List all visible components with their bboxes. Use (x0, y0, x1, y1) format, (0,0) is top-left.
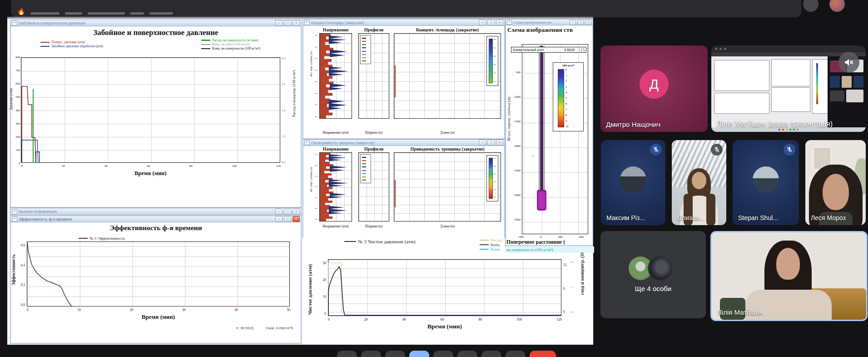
minimize-button[interactable]: – (479, 20, 486, 25)
tick-label: 6 (565, 102, 569, 105)
tick-label: 10 (565, 125, 569, 128)
tick-label: 40 (234, 308, 238, 312)
participant-tile-stepan[interactable]: Stepan Shul... (733, 140, 799, 225)
pressure-window-titlebar[interactable]: ↩ Забойное и поверхностное давление – □ … (10, 20, 301, 26)
pressure-y-ticks: 8007006005004003002001000 (12, 55, 20, 165)
minimize-button[interactable]: – (275, 20, 283, 26)
profiles-legend (360, 154, 371, 183)
profile-avatar[interactable] (829, 0, 845, 12)
control-button-3[interactable] (385, 351, 405, 357)
close-button[interactable]: × (293, 216, 300, 222)
close-button[interactable]: × (293, 20, 300, 26)
legend-label: Забойное давление обработки (атм) (51, 44, 103, 48)
tick-label: 120 (276, 164, 281, 168)
volume-off-icon (843, 56, 855, 68)
width-x-label: Ширина (м) (358, 131, 389, 135)
minimize-button[interactable]: – (275, 209, 283, 215)
restore-button[interactable]: □ (487, 140, 495, 146)
control-button-4[interactable] (409, 351, 429, 357)
restore-button[interactable]: □ (284, 209, 291, 215)
tab-title-placeholder (65, 12, 82, 15)
tick-label: 9 (565, 119, 569, 122)
tick-label: 40 (104, 164, 108, 168)
tab-title-placeholder (30, 12, 60, 15)
presentation-label: Лілія Матіїшин (ваша презентація) (717, 120, 833, 128)
tick-label: 700 (15, 69, 20, 72)
person-hair (706, 194, 715, 225)
close-button[interactable]: × (293, 209, 300, 215)
tick-label: 0 (563, 310, 565, 314)
tick-label: 3.0 (282, 109, 285, 112)
brief-info-titlebar[interactable]: ↩ Краткая информация – □ × (10, 208, 301, 215)
meeting-controls (337, 351, 556, 357)
restore-button[interactable]: □ (284, 20, 291, 26)
restore-button[interactable]: □ (487, 20, 495, 25)
legend-label: Расход (491, 238, 502, 242)
participant-tile-dmytro[interactable]: Д Дмитро Нащочич (600, 45, 708, 132)
browser-extension-icon[interactable] (803, 0, 818, 12)
tick-label: 6.0 (282, 56, 285, 60)
wellbore-x-label: Поперечное расстояние ( (506, 239, 592, 245)
tick-label: 300 (15, 122, 20, 125)
tick-label: 60 (147, 164, 150, 168)
colorbar-ticks: 012345678910 (565, 68, 569, 128)
legend-right: Расход на поверхности (м³/мин) Конц. на … (201, 38, 260, 50)
wellbore-y-ticks: 500100015002000250030003500 (512, 70, 521, 221)
participant-tile-lesia[interactable]: Леся Мороз (805, 140, 866, 225)
browser-tab-bar[interactable]: 🔥 (11, 0, 801, 17)
control-button-7[interactable] (481, 351, 501, 357)
conductivity-panel (394, 152, 501, 221)
window-icon: ↩ (12, 20, 17, 25)
concentration-window: ↩ Концент./площадь (закрытие) – □ × Напр… (303, 19, 505, 139)
preview-chart (771, 87, 810, 112)
control-button-2[interactable] (361, 351, 381, 357)
presentation-preview-browser-bar (711, 45, 866, 52)
minimize-button[interactable]: – (479, 140, 486, 146)
profiles-legend (360, 35, 371, 64)
active-speaker-tile[interactable]: Лілія Матіїшин (710, 231, 868, 321)
tick-label: 7 (565, 108, 569, 111)
legend-label: Конц. (491, 247, 501, 251)
stress-panel (319, 152, 352, 221)
depth-axis-label: Ист. верт. глубина (м) (310, 167, 312, 192)
leave-call-button[interactable] (530, 351, 556, 357)
more-participants-tile[interactable]: Ще 4 особи (600, 231, 706, 318)
mic-off-icon (652, 146, 660, 153)
restore-button[interactable]: □ (577, 20, 584, 25)
control-button-6[interactable] (457, 351, 477, 357)
effectiveness-titlebar[interactable]: ↩ Эффективность ф-я времени – □ × (10, 216, 301, 222)
control-button-8[interactable] (506, 351, 526, 357)
avatar (620, 166, 646, 193)
preview-wellbore (812, 59, 828, 114)
pressure-y-label: Давление (атм) (9, 88, 13, 110)
presentation-tile[interactable]: Лілія Матіїшин (ваша презентація) (711, 45, 866, 132)
wellbore-titlebar[interactable]: ↩ Схема изображения ств... – □ × (506, 20, 593, 25)
close-button[interactable]: × (496, 20, 503, 25)
tick-label: 4 (565, 91, 569, 94)
minimize-button[interactable]: – (570, 20, 576, 25)
colorbar-tick-marks (493, 39, 496, 82)
window-icon: ↩ (507, 20, 512, 25)
control-button-1[interactable] (337, 351, 357, 357)
stress-panel (319, 33, 352, 119)
concentration-titlebar[interactable]: ↩ Концент./площадь (закрытие) – □ × (303, 20, 505, 26)
conductivity-titlebar[interactable]: ↩ Проводимость трещины (закрытие) – □ × (303, 140, 505, 146)
close-button[interactable]: × (585, 20, 591, 25)
tick-label: 100 (232, 164, 237, 168)
restore-button[interactable]: □ (284, 216, 291, 222)
azimuth-label: Азимутальный угол (513, 48, 564, 52)
participant-tile-maksym[interactable]: Максим Різ... (601, 140, 665, 225)
screen-share-area: ↩ Забойное и поверхностное давление – □ … (7, 17, 593, 345)
tick-label: 1.5 (282, 135, 285, 138)
mic-off-icon (713, 146, 720, 153)
azimuth-control[interactable]: Азимутальный угол 4,5626 (°) (511, 47, 586, 53)
legend-swatch (480, 249, 489, 250)
window-icon: ↩ (304, 20, 310, 25)
control-button-5[interactable] (433, 351, 453, 357)
participant-tile-yelyzaveta[interactable]: Єлизав... (672, 140, 726, 225)
effectiveness-x-label: Время (мин) (27, 313, 290, 321)
close-button[interactable]: × (496, 140, 503, 146)
tick-label: 20 (364, 317, 368, 322)
stress-profile (320, 34, 352, 118)
minimize-button[interactable]: – (275, 216, 283, 222)
